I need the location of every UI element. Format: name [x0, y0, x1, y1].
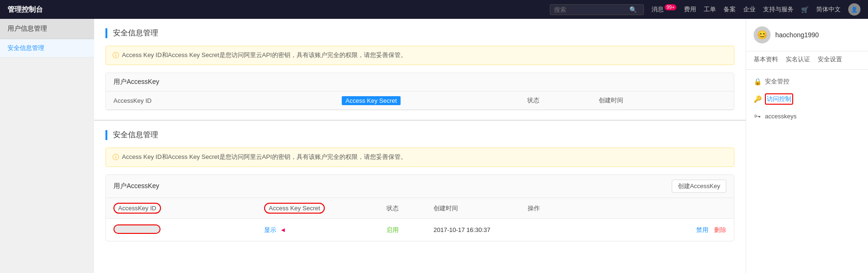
menu-item-accesskeys-label: accesskeys: [765, 113, 796, 120]
bottom-th-secret: Access Key Secret: [257, 198, 379, 219]
content-area: 安全信息管理 ⓘ Access Key ID和Access Key Secret…: [94, 19, 746, 273]
bottom-th-action: 操作: [520, 198, 734, 219]
id-value-placeholder: [113, 224, 161, 234]
show-arrow-indicator: ◄: [280, 226, 286, 233]
top-th-id: AccessKey ID: [106, 91, 334, 110]
bottom-page-content: 安全信息管理 ⓘ Access Key ID和Access Key Secret…: [94, 121, 746, 251]
menu-item-accesskeys[interactable]: 🗝 accesskeys: [746, 108, 868, 124]
top-th-secret: Access Key Secret: [334, 91, 520, 110]
search-input[interactable]: [554, 6, 629, 13]
right-panel-avatar: 😊: [754, 26, 771, 43]
delete-action-link[interactable]: 删除: [714, 226, 726, 233]
nav-cart[interactable]: 🛒: [801, 6, 809, 13]
logo: 管理控制台: [8, 5, 43, 14]
nav-support[interactable]: 支持与服务: [763, 5, 794, 14]
top-accesskey-header: 用户AccessKey: [106, 73, 734, 91]
right-panel-username: haochong1990: [775, 31, 819, 39]
access-control-icon: 🔑: [754, 95, 761, 103]
bottom-alert-box: ⓘ Access Key ID和Access Key Secret是您访问阿里云…: [105, 148, 734, 167]
menu-item-security-control-label: 安全管控: [765, 77, 789, 86]
alert-icon: ⓘ: [113, 51, 119, 60]
bottom-accesskey-section: 用户AccessKey 创建AccessKey AccessKey ID Acc…: [105, 174, 734, 241]
top-section: 安全信息管理 ⓘ Access Key ID和Access Key Secret…: [94, 19, 746, 121]
tab-basic-info[interactable]: 基本资料: [754, 55, 778, 64]
nav-language[interactable]: 简体中文: [816, 5, 841, 14]
right-panel-tabs: 基本资料 实名认证 安全设置: [746, 55, 868, 64]
bottom-th-time: 创建时间: [426, 198, 520, 219]
right-panel: 😊 haochong1990 基本资料 实名认证 安全设置 🔒 安全管控 🔑 访…: [746, 19, 868, 273]
bottom-accesskey-title: 用户AccessKey: [113, 182, 159, 190]
right-panel-user: 😊 haochong1990: [746, 26, 868, 51]
menu-item-security-control[interactable]: 🔒 安全管控: [746, 74, 868, 90]
user-avatar[interactable]: 👤: [848, 3, 860, 16]
search-icon: 🔍: [629, 6, 637, 13]
bottom-section: 安全信息管理 ⓘ Access Key ID和Access Key Secret…: [94, 121, 746, 251]
sidebar-item-security[interactable]: 安全信息管理: [0, 39, 94, 58]
top-navigation: 管理控制台 🔍 消息99+ 费用 工单 备案 企业 支持与服务 🛒 简体中文 👤: [0, 0, 868, 19]
top-alert-box: ⓘ Access Key ID和Access Key Secret是您访问阿里云…: [105, 46, 734, 65]
bottom-accesskey-header: 用户AccessKey 创建AccessKey: [106, 175, 734, 198]
show-secret-link[interactable]: 显示: [264, 226, 276, 233]
top-th-status: 状态: [520, 91, 591, 110]
tab-real-name[interactable]: 实名认证: [786, 55, 810, 64]
top-table-header-row: AccessKey ID Access Key Secret 状态 创建时间: [106, 91, 734, 110]
td-id: [106, 219, 257, 241]
th-id-circled: AccessKey ID: [113, 203, 161, 214]
nav-tickets[interactable]: 工单: [704, 5, 716, 14]
disable-action-link[interactable]: 禁用: [696, 226, 708, 233]
top-alert-text: Access Key ID和Access Key Secret是您访问阿里云AP…: [122, 51, 407, 59]
status-badge: 启用: [386, 226, 399, 233]
nav-billing[interactable]: 费用: [684, 5, 696, 14]
td-status: 启用: [379, 219, 426, 241]
bottom-ak-table: AccessKey ID Access Key Secret 状态 创建时间 操…: [106, 198, 734, 241]
bottom-alert-text: Access Key ID和Access Key Secret是您访问阿里云AP…: [122, 153, 407, 161]
td-secret: 显示 ◄: [257, 219, 379, 241]
top-accesskey-title: 用户AccessKey: [113, 78, 159, 86]
right-panel-divider: [746, 69, 868, 70]
top-ak-table: AccessKey ID Access Key Secret 状态 创建时间: [106, 91, 734, 110]
bottom-th-id: AccessKey ID: [106, 198, 257, 219]
top-page-content: 安全信息管理 ⓘ Access Key ID和Access Key Secret…: [94, 19, 746, 120]
top-accesskey-section: 用户AccessKey AccessKey ID Access Key Secr…: [105, 73, 734, 110]
table-row: 显示 ◄ 启用 2017-10-17 16:30:37 禁用 删除: [106, 219, 734, 241]
security-control-icon: 🔒: [754, 78, 761, 85]
menu-item-access-control[interactable]: 🔑 访问控制: [746, 90, 868, 108]
bottom-alert-icon: ⓘ: [113, 153, 119, 162]
bottom-th-status: 状态: [379, 198, 426, 219]
top-page-title: 安全信息管理: [105, 28, 734, 38]
accesskeys-icon: 🗝: [754, 112, 761, 120]
top-th-secret-highlighted: Access Key Secret: [342, 96, 401, 105]
nav-filings[interactable]: 备案: [723, 5, 736, 14]
main-layout: 用户信息管理 安全信息管理 安全信息管理 ⓘ Access Key ID和Acc…: [0, 19, 868, 273]
bottom-page-title: 安全信息管理: [105, 130, 734, 140]
left-sidebar: 用户信息管理 安全信息管理: [0, 19, 94, 273]
sidebar-section-title: 用户信息管理: [0, 19, 94, 39]
create-accesskey-button[interactable]: 创建AccessKey: [672, 180, 726, 193]
tab-security-settings[interactable]: 安全设置: [818, 55, 842, 64]
nav-enterprise[interactable]: 企业: [743, 5, 755, 14]
top-th-time: 创建时间: [591, 91, 734, 110]
menu-item-access-control-label: 访问控制: [765, 93, 793, 105]
bottom-table-header-row: AccessKey ID Access Key Secret 状态 创建时间 操…: [106, 198, 734, 219]
td-actions: 禁用 删除: [520, 219, 734, 241]
nav-messages[interactable]: 消息99+: [651, 5, 676, 14]
td-time: 2017-10-17 16:30:37: [426, 219, 520, 241]
th-secret-circled: Access Key Secret: [264, 203, 325, 214]
nav-items: 消息99+ 费用 工单 备案 企业 支持与服务 🛒 简体中文 👤: [651, 3, 860, 16]
search-box[interactable]: 🔍: [550, 4, 644, 15]
